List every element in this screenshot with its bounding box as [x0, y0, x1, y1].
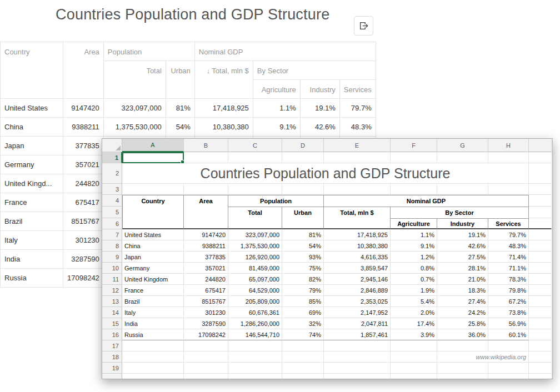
band-header-population: Population: [103, 42, 194, 61]
sheet-cell: 10,380,380: [324, 240, 391, 252]
sheet-cell: 60,676,361: [228, 307, 282, 318]
sheet-cell: [529, 329, 552, 340]
sheet-row: 1: [102, 152, 552, 163]
sheet-header-country: Country: [122, 195, 184, 207]
sheet-cell: France: [122, 285, 184, 296]
sheet-cell: [184, 184, 228, 195]
sheet-cell: 81%: [282, 229, 324, 240]
sheet-row-header-3: 3: [102, 184, 122, 195]
column-header-country[interactable]: Country: [1, 42, 63, 99]
column-header-total-mln[interactable]: ↓Total, mln $: [194, 61, 253, 99]
grid-cell-country: Germany: [1, 155, 63, 174]
sheet-cell: [184, 374, 228, 379]
sheet-cell: 67.2%: [488, 296, 529, 307]
grid-cell-country: France: [1, 193, 63, 212]
grid-cell-country: Brazil: [1, 212, 63, 231]
sheet-cell: 85%: [282, 296, 324, 307]
sheet-cell: [324, 152, 391, 163]
sheet-cell: [437, 374, 488, 379]
grid-cell-industry: 42.6%: [300, 118, 339, 137]
column-header-industry[interactable]: Industry: [300, 80, 339, 99]
sheet-cell: 357021: [184, 263, 228, 274]
sheet-column-header-B: B: [184, 139, 228, 152]
sheet-cell: 205,809,000: [228, 296, 282, 307]
excel-export-preview: ABCDEFGH12Countries Population and GDP S…: [102, 138, 553, 379]
sheet-cell: 27.5%: [437, 252, 488, 263]
sheet-cell: 2,147,952: [324, 307, 391, 318]
column-header-agriculture[interactable]: Agriculture: [253, 80, 300, 99]
grid-cell-area: 244820: [63, 174, 104, 193]
sheet-data-row: 9Japan377835126,920,00093%4,616,3351.2%2…: [102, 252, 552, 263]
sheet-cell: 75%: [282, 263, 324, 274]
sheet-cell: 3,859,547: [324, 263, 391, 274]
sheet-cell: India: [122, 318, 184, 329]
sheet-cell: China: [122, 240, 184, 252]
sheet-cell: 36.0%: [437, 329, 488, 340]
sheet-row-header-14: 14: [102, 307, 122, 318]
sheet-cell: [529, 363, 552, 374]
sheet-cell: Germany: [122, 263, 184, 274]
grid-data-row[interactable]: United States9147420323,097,00081%17,418…: [1, 99, 376, 118]
grid-cell-area: 3287590: [63, 250, 104, 269]
sheet-cell: [529, 163, 552, 184]
column-header-total-mln-label: Total, mln $: [212, 67, 248, 75]
sheet-cell: 5.4%: [391, 296, 437, 307]
sheet-data-row: 11United Kingdom24482065,097,00082%2,945…: [102, 274, 552, 285]
sheet-cell: [184, 207, 228, 218]
sheet-cell: [324, 218, 391, 229]
grid-cell-country: Italy: [1, 231, 63, 250]
sheet-row-header-19: 19: [102, 363, 122, 374]
sheet-cell: 32%: [282, 318, 324, 329]
sheet-cell: 79%: [282, 285, 324, 296]
column-header-area[interactable]: Area: [63, 42, 104, 99]
grid-cell-gdp-total: 17,418,925: [194, 99, 253, 118]
sheet-column-header-H: H: [488, 139, 529, 152]
sheet-cell: [228, 351, 282, 363]
sheet-cell: 244820: [184, 274, 228, 285]
sheet-cell: [488, 152, 529, 163]
sheet-cell: [529, 307, 552, 318]
sheet-cell: [122, 218, 184, 229]
sheet-cell: [184, 152, 228, 163]
grid-cell-services: 79.7%: [339, 99, 376, 118]
sheet-cell: [437, 152, 488, 163]
grid-data-row[interactable]: China93882111,375,530,00054%10,380,3809.…: [1, 118, 376, 137]
datagrid-header: Country Area Population Nominal GDP Tota…: [1, 42, 376, 99]
sheet-cell: [529, 296, 552, 307]
sheet-cell: 323,097,000: [228, 229, 282, 240]
grid-cell-agriculture: 9.1%: [253, 118, 300, 137]
sheet-cell: [282, 218, 324, 229]
sheet-cell: Russia: [122, 329, 184, 340]
sheet-cell: [324, 363, 391, 374]
sheet-header-nominal-gdp: Nominal GDP: [324, 195, 529, 207]
sheet-cell: [529, 184, 552, 195]
export-button[interactable]: [354, 16, 373, 36]
sheet-cell: 1,375,530,000: [228, 240, 282, 252]
sheet-cell: [228, 363, 282, 374]
select-all-corner: [102, 139, 122, 152]
sheet-row-header-1: 1: [102, 152, 122, 163]
sheet-cell: [529, 318, 552, 329]
sheet-cell: 25.8%: [437, 318, 488, 329]
sheet-cell: 9388211: [184, 240, 228, 252]
sheet-header-row: 5TotalUrbanTotal, mln $By Sector: [102, 207, 552, 218]
grid-cell-area: 17098242: [63, 269, 104, 288]
sheet-cell: 71.1%: [488, 263, 529, 274]
sheet-cell: [488, 340, 529, 351]
sheet-cell: 9.1%: [391, 240, 437, 252]
sheet-column-header-G: G: [437, 139, 488, 152]
column-header-services[interactable]: Services: [339, 80, 376, 99]
sheet-row: 19: [102, 363, 552, 374]
sheet-data-row: 8China93882111,375,530,00054%10,380,3809…: [102, 240, 552, 252]
column-header-total[interactable]: Total: [103, 61, 166, 99]
sheet-header-population: Population: [228, 195, 324, 207]
sheet-cell: [324, 184, 391, 195]
sheet-column-header-E: E: [324, 139, 391, 152]
sheet-cell: [282, 152, 324, 163]
sheet-row: [102, 374, 552, 379]
grid-cell-country: Japan: [1, 137, 63, 155]
sheet-row-header-10: 10: [102, 263, 122, 274]
sheet-cell: [391, 340, 437, 351]
column-header-urban[interactable]: Urban: [166, 61, 194, 99]
sheet-cell: 2,353,025: [324, 296, 391, 307]
